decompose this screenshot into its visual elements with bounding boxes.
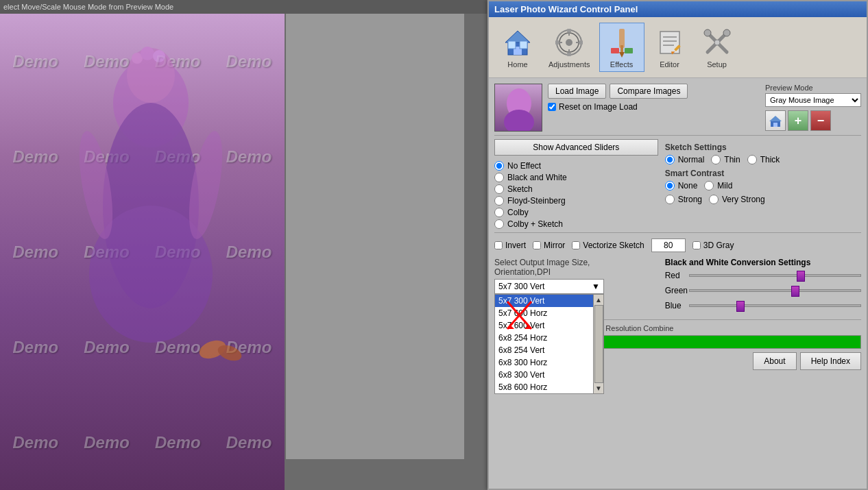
thick-label[interactable]: Thick <box>747 155 780 164</box>
svg-point-40 <box>704 29 711 36</box>
svg-rect-30 <box>611 48 619 53</box>
dropdown-scrollbar[interactable]: ▲ ▼ <box>593 295 603 393</box>
black-white-label[interactable]: Black and White <box>494 173 658 182</box>
smart-contrast-row2: Strong Very Strong <box>665 195 861 204</box>
blue-slider-track[interactable] <box>689 304 861 307</box>
svg-rect-26 <box>579 40 583 45</box>
mirror-checkbox[interactable] <box>533 241 541 249</box>
normal-label[interactable]: Normal <box>665 155 705 164</box>
mild-label[interactable]: Mild <box>704 181 732 191</box>
3d-gray-checkbox[interactable] <box>692 241 701 249</box>
colby-label[interactable]: Colby <box>494 208 658 217</box>
preview-area: elect Move/Scale Mouse Mode from Preview… <box>0 0 487 490</box>
dropdown-item[interactable]: 6x8 300 Vert <box>495 369 593 381</box>
dropdown-item[interactable]: 5x7 600 Horz <box>495 307 593 319</box>
sketch-label[interactable]: Sketch <box>494 184 658 194</box>
sketch-radio[interactable] <box>494 184 504 194</box>
smart-contrast-settings: Smart Contrast None Mild <box>665 169 861 204</box>
3d-gray-label[interactable]: 3D Gray <box>692 241 734 250</box>
toolbar-effects[interactable]: Effects <box>599 23 644 72</box>
toolbar-setup[interactable]: Setup <box>695 23 739 71</box>
options-row: Invert Mirror Vectorize Sketch 80 3D Gra… <box>494 238 861 252</box>
normal-radio[interactable] <box>665 155 675 164</box>
zoom-out-button[interactable]: − <box>810 110 831 131</box>
none-text: None <box>678 181 698 191</box>
compare-images-button[interactable]: Compare Images <box>610 84 688 99</box>
svg-point-4 <box>153 50 165 62</box>
zoom-in-button[interactable]: + <box>788 110 808 131</box>
preview-mode-section: Preview Mode Gray Mouse Image Color Mous… <box>765 84 861 131</box>
dropdown-item[interactable]: 6x8 254 Vert <box>495 344 593 356</box>
toolbar-adjustments[interactable]: Adjustments <box>543 23 596 71</box>
toolbar-home[interactable]: Home <box>496 23 540 71</box>
invert-label[interactable]: Invert <box>494 241 526 250</box>
red-slider-thumb[interactable] <box>797 271 805 282</box>
scroll-down-arrow[interactable]: ▼ <box>595 384 602 392</box>
svg-rect-47 <box>773 123 777 127</box>
scroll-thumb[interactable] <box>594 305 603 383</box>
output-select-container: 5x7 300 Vert ▼ 5x7 300 Vert 5x7 600 Horz… <box>494 279 604 294</box>
load-image-button[interactable]: Load Image <box>548 84 606 99</box>
child-silhouette <box>0 14 285 490</box>
no-effect-text: No Effect <box>507 161 541 171</box>
floyd-steinberg-radio[interactable] <box>494 196 504 206</box>
advanced-sliders-button[interactable]: Show Advanced Sliders <box>494 139 658 156</box>
sketch-settings: Sketch Settings Normal Thin Thick <box>665 143 861 164</box>
vectorize-value-input[interactable]: 80 <box>651 238 686 252</box>
vectorize-label[interactable]: Vectorize Sketch <box>572 241 644 250</box>
black-white-radio[interactable] <box>494 173 504 182</box>
red-slider-track[interactable] <box>689 274 861 277</box>
svg-point-41 <box>723 29 730 36</box>
thin-label[interactable]: Thin <box>711 155 740 164</box>
sketch-settings-title: Sketch Settings <box>665 143 861 152</box>
very-strong-label[interactable]: Very Strong <box>709 195 765 204</box>
toolbar-editor[interactable]: Editor <box>648 23 692 71</box>
mirror-label[interactable]: Mirror <box>533 241 565 250</box>
blue-slider-thumb[interactable] <box>736 301 745 312</box>
thin-radio[interactable] <box>711 155 721 164</box>
thick-text: Thick <box>760 155 780 164</box>
scroll-up-arrow[interactable]: ▲ <box>595 296 602 304</box>
dropdown-item[interactable]: 5x8 600 Horz <box>495 381 593 393</box>
mild-radio[interactable] <box>704 181 714 191</box>
thick-radio[interactable] <box>747 155 757 164</box>
setup-label: Setup <box>707 60 727 69</box>
svg-marker-46 <box>769 116 782 121</box>
dropdown-item[interactable]: 5x7 300 Vert <box>495 295 593 307</box>
green-slider-track[interactable] <box>689 289 861 292</box>
reset-on-load-checkbox[interactable] <box>548 103 556 111</box>
no-effect-label[interactable]: No Effect <box>494 161 658 171</box>
reset-on-load-label[interactable]: Reset on Image Load <box>548 102 688 112</box>
no-effect-radio[interactable] <box>494 161 504 171</box>
output-select-display[interactable]: 5x7 300 Vert ▼ <box>494 279 604 294</box>
colby-sketch-label[interactable]: Colby + Sketch <box>494 219 658 229</box>
output-bw-row: Select Output Image Size,Orientation,DPI… <box>494 258 861 316</box>
effect-radio-group: No Effect Black and White Sketch Floyd-S… <box>494 161 658 229</box>
strong-label[interactable]: Strong <box>665 195 702 204</box>
colby-sketch-radio[interactable] <box>494 219 504 229</box>
green-slider-thumb[interactable] <box>791 286 799 297</box>
strong-radio[interactable] <box>665 195 675 204</box>
help-index-button[interactable]: Help Index <box>800 352 861 370</box>
none-radio[interactable] <box>665 181 675 191</box>
home-label: Home <box>507 60 527 69</box>
about-button[interactable]: About <box>753 352 796 370</box>
red-slider-row: Red <box>665 271 861 280</box>
home-icon <box>501 26 534 59</box>
invert-checkbox[interactable] <box>494 241 503 249</box>
dropdown-item[interactable]: 6x8 300 Horz <box>495 356 593 369</box>
colby-radio[interactable] <box>494 208 504 217</box>
floyd-steinberg-label[interactable]: Floyd-Steinberg <box>494 196 658 206</box>
output-section: Select Output Image Size,Orientation,DPI… <box>494 258 658 316</box>
svg-rect-25 <box>555 40 559 45</box>
effects-left-panel: Show Advanced Sliders No Effect Black an… <box>494 139 658 229</box>
none-label[interactable]: None <box>665 181 698 191</box>
gray-preview <box>286 14 464 459</box>
home-view-button[interactable] <box>765 110 786 131</box>
vectorize-checkbox[interactable] <box>572 241 580 249</box>
dropdown-item[interactable]: 5x7 600 Vert <box>495 319 593 332</box>
image-action-buttons: Load Image Compare Images Reset on Image… <box>548 84 688 112</box>
very-strong-radio[interactable] <box>709 195 719 204</box>
preview-mode-select[interactable]: Gray Mouse Image Color Mouse Image Origi… <box>765 93 861 107</box>
dropdown-item[interactable]: 6x8 254 Horz <box>495 332 593 344</box>
